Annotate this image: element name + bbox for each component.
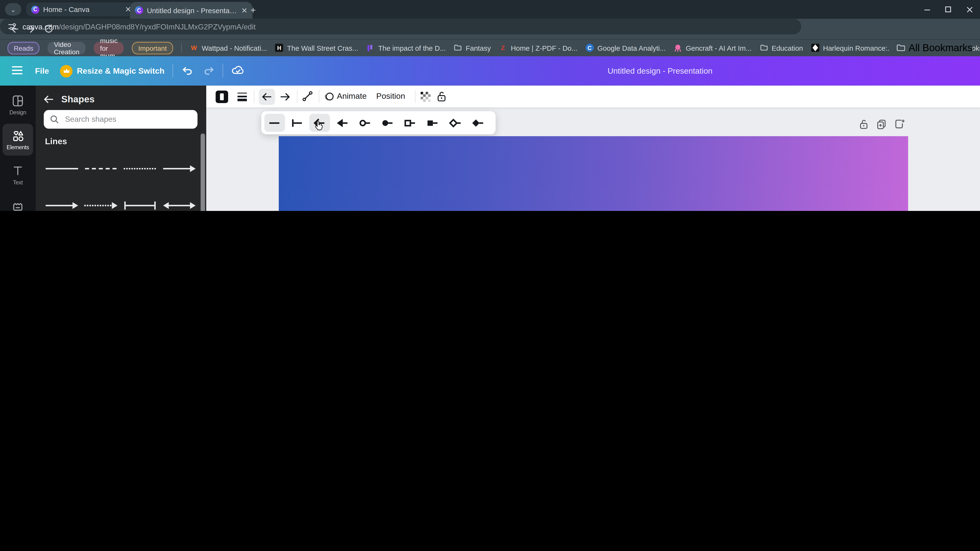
bookmark-group-music-for-mum[interactable]: music for mum [94,41,124,54]
bookmark-education[interactable]: Education [760,44,803,52]
bookmark-wattpad-notificati[interactable]: WWattpad - Notificati... [190,44,267,52]
line-start-option-circle-open[interactable] [355,114,375,132]
line-start-button[interactable] [259,89,275,105]
canva-favicon: C [135,6,143,14]
mouse-cursor [313,120,324,132]
divider [254,90,255,103]
add-page-icon[interactable] [894,119,905,129]
line-start-option-diamond-open[interactable] [445,114,466,132]
position-button[interactable]: Position [376,91,405,100]
editor-sidebar-rail: DesignElementsTextBrandUploadsDrawProjec… [0,86,36,211]
line-style-solid[interactable] [43,150,81,187]
shapes-panel: Shapes Lines Shapes ▼ [36,86,206,211]
reload-icon[interactable] [44,24,54,34]
line-style-connector-icon[interactable] [301,90,313,102]
sidebar-item-text[interactable]: Text [2,159,33,191]
line-weight-icon[interactable] [236,91,248,103]
design-title[interactable]: Untitled design - Presentation [0,56,713,86]
line-style-double-arrow[interactable] [159,187,199,211]
tab-title: Untitled design - Presentation [147,6,238,14]
back-icon[interactable] [9,24,19,34]
animate-button[interactable]: Animate [337,91,367,100]
close-tab-icon[interactable]: ✕ [241,6,247,15]
line-color-swatch[interactable] [215,90,229,103]
browser-tab-home[interactable]: C Home - Canva ✕ [26,2,136,16]
page-actions [859,119,905,129]
browser-tab-design[interactable]: C Untitled design - Presentation ✕ [130,2,252,19]
browser-tab-strip: ⌄ C Home - Canva ✕ C Untitled design - P… [0,0,980,19]
line-start-option-arrow-solid[interactable] [332,114,353,132]
folder-icon [896,44,905,52]
all-bookmarks-label: All Bookmarks [909,42,973,53]
panel-back-icon[interactable] [44,95,54,103]
line-style-dashed[interactable] [81,150,121,187]
lock-page-icon[interactable] [859,119,869,129]
sidebar-item-design[interactable]: Design [2,89,33,121]
canva-header: File Resize & Magic Switch Untitled desi… [0,56,980,86]
canva-favicon: C [31,5,40,13]
shapes-search-box[interactable] [44,110,197,129]
line-start-option-circle-solid[interactable] [377,114,398,132]
line-style-dotted-arrow[interactable] [81,187,121,211]
element-toolbar: Animate Position [206,86,980,107]
line-end-button[interactable] [277,89,293,105]
bookmark-group-important[interactable]: Important [132,41,173,54]
window-close-button[interactable] [959,0,980,19]
lines-grid [43,150,199,211]
address-bar[interactable]: canva.com/design/DAGHP08md8Y/ryxdFOImNJL… [0,19,801,34]
line-start-options-popover [261,111,496,134]
line-style-arrow[interactable] [43,187,81,211]
divider [415,90,416,103]
bookmark-gencraft-ai-art-im[interactable]: Gencraft - AI Art Im... [674,44,751,52]
tab-title: Home - Canva [43,6,121,13]
line-style-arrow[interactable] [159,150,199,187]
slide-canvas[interactable] [279,136,908,211]
design-icon [11,94,24,107]
editor-workspace: Animate Position [206,86,980,211]
browser-toolbar: canva.com/design/DAGHP08md8Y/ryxdFOImNJL… [0,19,980,39]
sidebar-item-brand[interactable]: Brand [2,194,33,211]
text-icon [11,164,24,177]
divider [181,43,182,52]
elements-icon [11,129,24,142]
new-tab-button[interactable]: + [247,4,259,15]
lines-heading: Lines [45,137,67,146]
sidebar-item-elements[interactable]: Elements [2,124,33,156]
bookmark-the-impact-of-the-d[interactable]: The impact of the D... [366,44,446,52]
divider [297,90,298,103]
line-start-option-square-open[interactable] [400,114,420,132]
line-start-option-bar[interactable] [286,114,307,132]
line-start-option-square-solid[interactable] [423,114,443,132]
bookmark-group-reads[interactable]: Reads [7,41,40,54]
transparency-icon[interactable] [420,91,431,102]
panel-scrollbar-thumb[interactable] [201,134,205,211]
panel-title: Shapes [61,94,94,104]
search-icon [50,115,59,124]
lock-icon[interactable] [436,91,447,102]
bookmark-google-data-analyti[interactable]: CGoogle Data Analyti... [585,44,666,52]
bookmarks-bar: ReadsVideo Creationmusic for mumImportan… [0,40,980,56]
tab-search-button[interactable]: ⌄ [5,3,21,16]
bookmark-harlequin-romance[interactable]: Harlequin Romance:... [811,44,893,52]
line-style-bar-ends[interactable] [121,187,159,211]
line-style-dotted[interactable] [121,150,159,187]
divider [319,90,320,103]
duplicate-page-icon[interactable] [876,119,887,129]
animate-icon [324,91,334,102]
all-bookmarks-button[interactable]: All Bookmarks [890,40,972,56]
bookmark-fantasy[interactable]: Fantasy [454,44,491,52]
search-input[interactable] [64,114,179,124]
url-text: canva.com/design/DAGHP08md8Y/ryxdFOImNJL… [22,22,256,31]
bookmark-the-wall-street-cras[interactable]: HThe Wall Street Cras... [275,44,358,52]
bookmark-home-z-pdf-do[interactable]: ZHome | Z-PDF - Do... [499,44,578,52]
window-maximize-button[interactable] [937,0,959,19]
line-start-option-none[interactable] [264,114,285,132]
brand-icon [11,199,24,211]
line-start-option-diamond-solid[interactable] [468,114,488,132]
forward-icon[interactable] [26,24,37,34]
bookmark-group-video-creation[interactable]: Video Creation [48,41,86,54]
window-minimize-button[interactable] [916,0,938,19]
